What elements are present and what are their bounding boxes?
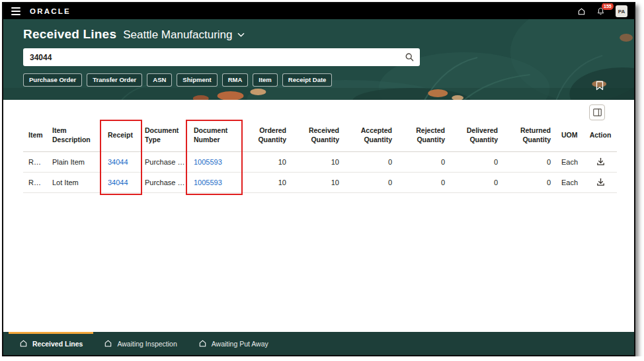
manage-columns-icon [592, 108, 602, 117]
notification-count-badge: 155 [602, 3, 614, 10]
home-icon [104, 339, 112, 348]
oracle-logo: ORACLE [30, 7, 71, 15]
tab-label: Awaiting Inspection [117, 340, 177, 348]
column-header-item: Item [23, 122, 47, 151]
item-description-cell: Lot Item [47, 172, 102, 192]
item-cell: R… [23, 172, 47, 192]
filter-chip-receipt-date[interactable]: Receipt Date [282, 73, 333, 87]
item-cell: R… [23, 151, 47, 172]
receipt-link[interactable]: 34044 [108, 179, 128, 186]
tab-received-lines[interactable]: Received Lines [9, 332, 93, 355]
returned-quantity-cell: 0 [503, 172, 556, 192]
tab-awaiting-put-away[interactable]: Awaiting Put Away [188, 332, 279, 355]
page-header: Received Lines Seattle Manufacturing [3, 19, 634, 100]
rejected-quantity-cell: 0 [397, 172, 450, 192]
app-window: ORACLE 155 PA [2, 2, 635, 356]
document-type-cell: Purchase … [140, 151, 188, 172]
filter-chip-transfer-order[interactable]: Transfer Order [87, 73, 142, 87]
table-row: R… Lot Item 34044 Purchase … 1005593 10 … [23, 172, 617, 192]
results-area: Item Item Description Receipt Document T… [3, 100, 634, 332]
document-number-cell: 1005593 [188, 151, 240, 172]
delivered-quantity-cell: 0 [450, 151, 503, 172]
column-header-delivered-quantity: Delivered Quantity [450, 122, 503, 151]
action-cell [584, 151, 617, 172]
search-icon[interactable] [405, 52, 415, 62]
download-icon[interactable] [596, 177, 606, 187]
uom-cell: Each [556, 151, 584, 172]
item-description-cell: Plain Item [47, 151, 102, 172]
filter-chip-rma[interactable]: RMA [222, 73, 249, 87]
global-header: ORACLE 155 PA [3, 3, 634, 19]
accepted-quantity-cell: 0 [344, 151, 397, 172]
filter-chip-item[interactable]: Item [253, 73, 278, 87]
delivered-quantity-cell: 0 [450, 172, 503, 192]
download-icon[interactable] [596, 157, 606, 167]
table-header-row: Item Item Description Receipt Document T… [23, 122, 617, 151]
bottom-tab-bar: Received Lines Awaiting Inspection Await… [3, 332, 634, 355]
returned-quantity-cell: 0 [503, 151, 556, 172]
uom-cell: Each [556, 172, 584, 192]
search-bar [23, 48, 420, 66]
org-selector-dropdown[interactable]: Seattle Manufacturing [123, 28, 244, 42]
avatar[interactable]: PA [616, 5, 627, 17]
receipt-link[interactable]: 34044 [108, 158, 128, 166]
document-number-link[interactable]: 1005593 [194, 179, 222, 186]
bookmark-icon[interactable] [596, 81, 604, 91]
rejected-quantity-cell: 0 [397, 151, 450, 172]
table-row: R… Plain Item 34044 Purchase … 1005593 1… [23, 151, 617, 172]
home-icon [198, 339, 207, 348]
chevron-down-icon [237, 32, 245, 38]
receipt-cell: 34044 [102, 151, 140, 172]
filter-chip-shipment[interactable]: Shipment [177, 73, 217, 87]
receipt-cell: 34044 [102, 172, 140, 192]
bell-icon[interactable]: 155 [596, 7, 605, 16]
home-icon[interactable] [577, 7, 586, 16]
column-header-item-description: Item Description [47, 122, 102, 151]
search-input[interactable] [23, 48, 420, 66]
column-header-accepted-quantity: Accepted Quantity [344, 122, 397, 151]
manage-columns-button[interactable] [589, 104, 605, 120]
action-cell [584, 172, 617, 192]
topbar-actions: 155 PA [577, 5, 627, 17]
page-title: Received Lines [23, 27, 116, 42]
document-number-cell: 1005593 [188, 172, 240, 192]
column-header-document-number: Document Number [188, 122, 240, 151]
received-quantity-cell: 10 [292, 151, 344, 172]
column-header-returned-quantity: Returned Quantity [503, 122, 556, 151]
ordered-quantity-cell: 10 [240, 172, 292, 192]
active-tab-indicator [9, 332, 93, 334]
tab-awaiting-inspection[interactable]: Awaiting Inspection [93, 332, 187, 355]
accepted-quantity-cell: 0 [344, 172, 397, 192]
home-icon [19, 339, 28, 348]
filter-chip-asn[interactable]: ASN [147, 73, 172, 87]
column-header-uom: UOM [556, 122, 584, 151]
tab-label: Awaiting Put Away [212, 340, 268, 348]
column-header-receipt: Receipt [102, 122, 140, 151]
column-header-document-type: Document Type [140, 122, 188, 151]
filter-chip-purchase-order[interactable]: Purchase Order [23, 73, 82, 87]
received-quantity-cell: 10 [292, 172, 344, 192]
page-header-content: Received Lines Seattle Manufacturing [3, 19, 634, 100]
column-header-action: Action [584, 122, 617, 151]
column-header-ordered-quantity: Ordered Quantity [240, 122, 292, 151]
document-type-cell: Purchase … [140, 172, 188, 192]
menu-icon[interactable] [10, 6, 22, 17]
document-number-link[interactable]: 1005593 [194, 158, 222, 166]
tab-label: Received Lines [32, 340, 83, 348]
column-header-received-quantity: Received Quantity [292, 122, 344, 151]
received-lines-table: Item Item Description Receipt Document T… [23, 122, 617, 193]
filter-chip-row: Purchase Order Transfer Order ASN Shipme… [23, 73, 614, 87]
column-header-rejected-quantity: Rejected Quantity [397, 122, 450, 151]
org-selector-label: Seattle Manufacturing [123, 28, 232, 42]
ordered-quantity-cell: 10 [240, 151, 292, 172]
